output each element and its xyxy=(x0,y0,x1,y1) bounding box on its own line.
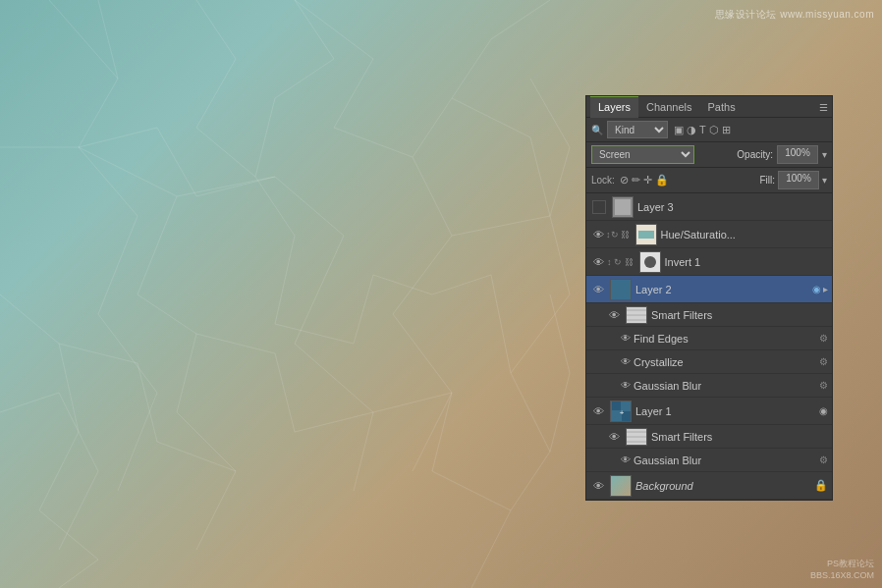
search-icon: 🔍 xyxy=(591,125,603,135)
layer-item-hue[interactable]: 👁 ↕ ↻ ⛓ Hue/Saturatio... xyxy=(586,221,832,248)
eye-smart-filters-1[interactable]: 👁 xyxy=(606,429,622,445)
scroll-indicator-layer2: ▸ xyxy=(823,284,828,294)
fill-label: Fill: xyxy=(759,175,775,186)
layers-panel: Layers Channels Paths ☰ 🔍 Kind ▣ ◑ T ⬡ ⊞… xyxy=(585,95,833,501)
hue-name: Hue/Saturatio... xyxy=(661,229,829,241)
smart-filter-thumb-2 xyxy=(626,306,647,324)
layer3-thumb xyxy=(612,196,634,218)
chain-invert: ↕ xyxy=(607,257,612,267)
gaussian-blur-2-name: Gaussian Blur xyxy=(634,380,819,392)
filter-options-crystallize[interactable]: ⚙ xyxy=(819,356,828,367)
smart-filter-thumb-icon-1 xyxy=(627,428,646,446)
link-invert: ↻ xyxy=(614,257,622,267)
layer-item-find-edges[interactable]: 👁 Find Edges ⚙ xyxy=(586,327,832,350)
smart-filters-label-1: Smart Filters xyxy=(651,431,828,443)
fill-value[interactable]: 100% xyxy=(778,171,819,189)
invert-thumb xyxy=(639,251,661,273)
hue-thumb xyxy=(635,224,657,245)
opacity-value[interactable]: 100% xyxy=(777,145,818,164)
smart-filter-thumb-icon-2 xyxy=(627,306,646,324)
kind-row: 🔍 Kind ▣ ◑ T ⬡ ⊞ xyxy=(586,118,832,142)
layer-item-smart-filters-1[interactable]: 👁 Smart Filters xyxy=(586,425,832,449)
lock-position-icon[interactable]: ✛ xyxy=(643,174,652,187)
lock-image-icon[interactable]: ✏ xyxy=(632,174,640,187)
blend-mode-select[interactable]: Screen xyxy=(591,145,694,164)
layer-item-invert[interactable]: 👁 ↕ ↻ ⛓ Invert 1 xyxy=(586,248,832,276)
smart-filter-thumb-1 xyxy=(626,428,647,446)
background-thumb-icon xyxy=(611,475,631,497)
eye-hue[interactable]: 👁 xyxy=(590,227,606,242)
link-hue: ↻ xyxy=(611,230,619,240)
hue-thumb-icon xyxy=(636,225,656,244)
layer2-thumb-icon: + xyxy=(611,279,631,300)
svg-rect-7 xyxy=(612,280,621,289)
layer3-thumb-icon xyxy=(613,197,633,217)
opacity-arrow[interactable]: ▾ xyxy=(822,149,827,160)
eye-layer1[interactable]: 👁 xyxy=(590,403,606,419)
background-name: Background xyxy=(635,480,814,492)
eye-find-edges[interactable]: 👁 xyxy=(618,331,634,347)
filter-options-find-edges[interactable]: ⚙ xyxy=(819,333,828,344)
watermark-bottom: PS教程论坛BBS.16X8.COM xyxy=(810,558,874,580)
pixel-icon[interactable]: ▣ xyxy=(674,124,684,136)
visibility-checkbox-layer3[interactable] xyxy=(592,200,606,214)
background-thumb xyxy=(610,475,632,497)
lock-label: Lock: xyxy=(591,175,615,186)
layer-item-background[interactable]: 👁 Background 🔒 xyxy=(586,472,832,500)
layer-list: Layer 3 👁 ↕ ↻ ⛓ Hue/Saturatio... 👁 ↕ ↻ ⛓ xyxy=(586,193,832,500)
panel-menu-button[interactable]: ☰ xyxy=(819,101,828,112)
tab-channels[interactable]: Channels xyxy=(638,96,699,118)
eye-smart-filters-2[interactable]: 👁 xyxy=(606,307,622,323)
link2-hue: ⛓ xyxy=(621,230,630,240)
tab-paths[interactable]: Paths xyxy=(700,96,744,118)
kind-select[interactable]: Kind xyxy=(607,121,668,138)
find-edges-name: Find Edges xyxy=(634,333,819,345)
link2-invert: ⛓ xyxy=(625,257,634,267)
layer-item-layer2[interactable]: 👁 + Layer 2 ◉ ▸ xyxy=(586,276,832,303)
layer3-name: Layer 3 xyxy=(637,201,828,213)
invert-name: Invert 1 xyxy=(665,256,829,268)
layer-item-gaussian-blur-1[interactable]: 👁 Gaussian Blur ⚙ xyxy=(586,449,832,472)
type-icon[interactable]: T xyxy=(699,124,706,136)
smart-badge-layer2: ◉ xyxy=(812,284,821,294)
svg-rect-8 xyxy=(622,290,631,299)
lock-transparent-icon[interactable]: ⊘ xyxy=(620,174,629,187)
eye-gaussian-blur-1[interactable]: 👁 xyxy=(618,453,634,468)
layer-item-gaussian-blur-2[interactable]: 👁 Gaussian Blur ⚙ xyxy=(586,374,832,398)
smart-filters-label-2: Smart Filters xyxy=(651,309,828,321)
svg-rect-1 xyxy=(615,199,631,215)
smart-icon[interactable]: ⊞ xyxy=(722,124,731,136)
invert-thumb-icon xyxy=(640,252,660,272)
gaussian-blur-1-name: Gaussian Blur xyxy=(634,454,819,466)
panel-tabs: Layers Channels Paths ☰ xyxy=(586,96,832,118)
fill-arrow[interactable]: ▾ xyxy=(822,175,827,186)
eye-layer2[interactable]: 👁 xyxy=(590,282,606,297)
lock-all-icon[interactable]: 🔒 xyxy=(655,174,669,187)
svg-text:+: + xyxy=(620,408,625,417)
adjust-icon[interactable]: ◑ xyxy=(687,124,696,136)
background-lock-icon: 🔒 xyxy=(814,479,828,492)
shape-icon[interactable]: ⬡ xyxy=(709,124,719,136)
kind-icons: ▣ ◑ T ⬡ ⊞ xyxy=(674,124,731,136)
layer-item-smart-filters-2[interactable]: 👁 Smart Filters xyxy=(586,303,832,327)
filter-options-gaussian-blur-1[interactable]: ⚙ xyxy=(819,454,828,465)
layer1-name: Layer 1 xyxy=(635,405,819,417)
layer-item-crystallize[interactable]: 👁 Crystallize ⚙ xyxy=(586,350,832,374)
layer-item-layer3[interactable]: Layer 3 xyxy=(586,193,832,221)
smart-badge-layer1: ◉ xyxy=(819,405,828,416)
layer1-thumb: + xyxy=(610,401,632,422)
filter-options-gaussian-blur-2[interactable]: ⚙ xyxy=(819,380,828,391)
blend-opacity-row: Screen Opacity: 100% ▾ xyxy=(586,142,832,168)
watermark-top: 思缘设计论坛 www.missyuan.com xyxy=(715,8,874,22)
layer-item-layer1[interactable]: 👁 + Layer 1 ◉ xyxy=(586,398,832,425)
eye-background[interactable]: 👁 xyxy=(590,478,606,494)
tab-layers[interactable]: Layers xyxy=(590,96,638,118)
layer1-thumb-icon: + xyxy=(611,401,631,422)
svg-point-5 xyxy=(644,256,656,268)
svg-rect-22 xyxy=(611,475,631,497)
eye-gaussian-blur-2[interactable]: 👁 xyxy=(618,378,634,394)
lock-fill-row: Lock: ⊘ ✏ ✛ 🔒 Fill: 100% ▾ xyxy=(586,168,832,193)
eye-crystallize[interactable]: 👁 xyxy=(618,354,634,370)
opacity-label: Opacity: xyxy=(737,149,773,160)
eye-invert[interactable]: 👁 xyxy=(590,254,606,270)
